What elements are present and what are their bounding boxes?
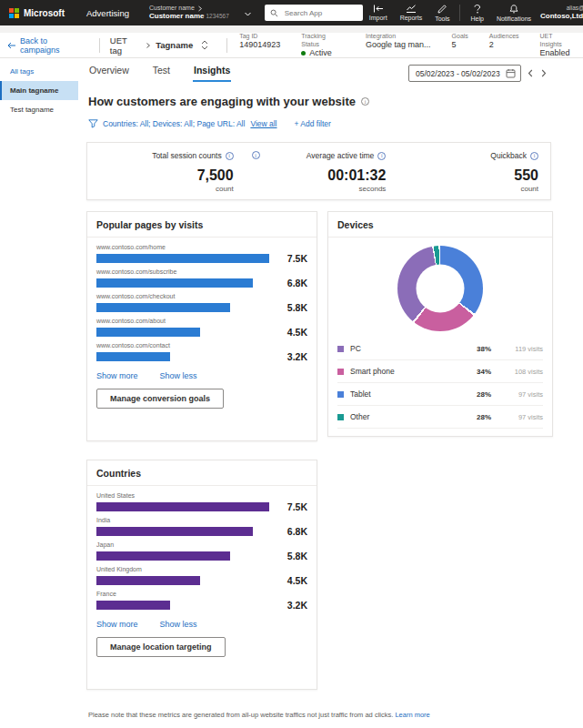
notifications-label: Notifications [497, 15, 531, 22]
import-button[interactable]: Import [363, 5, 394, 21]
customer-switcher[interactable]: Customer name Customer name1234567 [149, 5, 229, 21]
devices-donut[interactable] [397, 246, 483, 331]
bar[interactable] [96, 551, 269, 561]
calendar-icon [506, 68, 516, 78]
bar[interactable] [96, 328, 269, 337]
bar-fill [96, 502, 269, 511]
chevron-down-icon[interactable] [244, 5, 252, 21]
reports-button[interactable]: Reports [394, 5, 429, 21]
bar-fill [96, 352, 170, 361]
bar-fill [96, 527, 253, 536]
bar-value: 3.2K [276, 600, 307, 611]
bar[interactable] [96, 527, 269, 536]
notifications-button[interactable]: Notifications [490, 5, 538, 22]
legend-row-smart-phone[interactable]: Smart phone 34% 108 visits [337, 360, 543, 383]
add-filter-button[interactable]: + Add filter [295, 119, 331, 128]
bar-value: 7.5K [276, 253, 307, 264]
info-icon[interactable] [252, 151, 260, 159]
legend-percent: 38% [466, 345, 491, 353]
reports-label: Reports [400, 15, 423, 21]
field-tracking-status: Tracking Status Active [301, 32, 345, 59]
bar[interactable] [96, 601, 269, 610]
bar-value: 7.5K [276, 501, 307, 512]
info-icon[interactable] [377, 152, 386, 160]
legend-label: PC [350, 344, 459, 353]
back-to-campaigns-link[interactable]: Back to campaigns [7, 36, 89, 55]
tools-icon [437, 5, 447, 14]
microsoft-logo-icon [9, 8, 19, 18]
bar-row: United States 7.5K [96, 492, 307, 512]
tab-overview[interactable]: Overview [88, 60, 130, 82]
legend-row-other[interactable]: Other 28% 97 visits [337, 406, 543, 429]
legend-row-tablet[interactable]: Tablet 28% 97 visits [337, 383, 543, 406]
product-name[interactable]: Advertising [74, 8, 142, 18]
legend-percent: 28% [466, 413, 491, 421]
back-link-label: Back to campaigns [20, 36, 89, 55]
bar[interactable] [96, 576, 269, 585]
bar[interactable] [96, 278, 269, 288]
date-range-picker[interactable]: 05/02/2023 - 05/02/2023 [408, 65, 521, 82]
tag-switcher-stepper[interactable] [201, 40, 208, 50]
info-icon[interactable] [226, 152, 234, 160]
help-label: Help [470, 15, 483, 22]
import-icon [373, 5, 384, 13]
search-box[interactable] [265, 5, 363, 21]
legend-percent: 28% [466, 390, 491, 399]
bar-value: 3.2K [276, 351, 307, 362]
help-button[interactable]: Help [464, 5, 489, 22]
tag-summary-fields: Tag ID 149014923 Tracking Status Active … [239, 32, 576, 59]
learn-more-link[interactable]: Learn more [395, 711, 429, 719]
sidebar-item-all-tags[interactable]: All tags [0, 62, 78, 81]
bar-label: www.contoso.com/home [96, 244, 307, 250]
show-less-link[interactable]: Show less [160, 371, 197, 380]
tab-test[interactable]: Test [152, 60, 171, 82]
sidebar-item-test-tagname[interactable]: Test tagname [0, 100, 78, 119]
tag-tabs: Overview Test Insights [88, 60, 231, 82]
bar-value: 5.8K [276, 302, 307, 313]
show-less-link[interactable]: Show less [160, 620, 197, 629]
info-icon[interactable] [530, 152, 538, 160]
back-arrow-icon [7, 42, 16, 49]
title-info-icon[interactable] [361, 97, 369, 106]
next-date-button[interactable] [541, 69, 547, 77]
customer-breadcrumb: Customer name [149, 5, 195, 12]
tag-subheader: Back to campaigns UET tag Tagname Tag ID… [0, 33, 583, 58]
bar-label: United States [96, 492, 307, 499]
subheader-divider [99, 38, 100, 53]
legend-swatch [337, 414, 344, 420]
bar-label: United Kingdom [96, 566, 307, 572]
bar-row: Japan 5.8K [96, 541, 307, 561]
bar[interactable] [96, 352, 269, 361]
previous-date-button[interactable] [528, 69, 533, 77]
bar[interactable] [96, 303, 269, 312]
metric-quickback: Quickback 550 count [404, 151, 538, 192]
breadcrumb-parent[interactable]: UET tag [110, 35, 141, 56]
reports-icon [406, 5, 417, 13]
tools-button[interactable]: Tools [428, 5, 456, 22]
filter-summary[interactable]: Countries: All; Devices: All; Page URL: … [103, 119, 245, 128]
bar-value: 6.8K [276, 278, 307, 288]
microsoft-logo[interactable]: Microsoft [0, 8, 74, 18]
popular-pages-card: Popular pages by visits www.contoso.com/… [86, 211, 317, 441]
account-menu[interactable]: alias@microsoft.com Contoso,Ltd. 1234567… [540, 5, 583, 21]
sidebar-item-main-tagname[interactable]: Main tagname [0, 81, 78, 100]
customer-id: 1234567 [206, 13, 228, 19]
tag-sidebar: All tags Main tagname Test tagname [0, 59, 78, 728]
legend-row-pc[interactable]: PC 38% 119 visits [337, 338, 543, 360]
show-more-link[interactable]: Show more [96, 371, 138, 380]
show-more-link[interactable]: Show more [96, 620, 138, 629]
bar-value: 4.5K [276, 327, 307, 338]
bar[interactable] [96, 254, 269, 263]
help-icon [474, 5, 481, 14]
customer-name: Customer name [149, 12, 204, 20]
manage-conversion-goals-button[interactable]: Manage conversion goals [96, 389, 224, 409]
metric-value: 7,500 [99, 167, 234, 184]
bar-fill [96, 601, 170, 610]
search-input[interactable] [283, 8, 357, 18]
legend-label: Smart phone [350, 367, 459, 376]
view-all-link[interactable]: View all [250, 119, 276, 128]
manage-location-targeting-button[interactable]: Manage location targeting [96, 637, 226, 657]
tab-insights[interactable]: Insights [193, 60, 231, 82]
bar[interactable] [96, 502, 269, 511]
bar-fill [96, 328, 200, 337]
